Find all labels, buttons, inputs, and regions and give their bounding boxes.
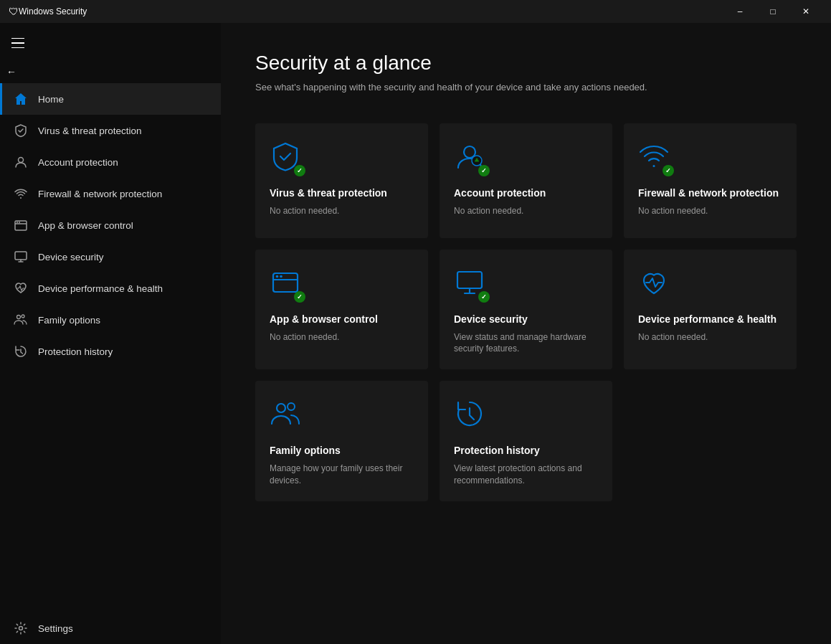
page-title: Security at a glance <box>255 52 797 75</box>
browser-card-check <box>294 291 305 303</box>
family-card[interactable]: Family options Manage how your family us… <box>255 381 428 501</box>
app-title: Windows Security <box>19 6 723 16</box>
svg-point-13 <box>280 275 282 278</box>
sidebar-item-account-label: Account protection <box>38 157 118 168</box>
sidebar-item-settings[interactable]: Settings <box>0 612 221 644</box>
firewall-card-icon-wrap <box>638 141 673 175</box>
back-button[interactable]: ← <box>0 60 23 83</box>
sidebar-item-browser-label: App & browser control <box>38 220 133 231</box>
close-button[interactable]: ✕ <box>789 0 822 23</box>
hamburger-button[interactable] <box>11 34 29 52</box>
svg-point-3 <box>19 222 20 223</box>
account-card-icon-wrap <box>454 141 488 175</box>
virus-card-title: Virus & threat protection <box>270 186 414 199</box>
browser-card[interactable]: App & browser control No action needed. <box>255 250 428 370</box>
device-health-card[interactable]: Device performance & health No action ne… <box>624 250 797 370</box>
sidebar-item-virus[interactable]: Virus & threat protection <box>0 115 221 146</box>
sidebar-item-settings-label: Settings <box>38 623 73 634</box>
history-icon <box>14 344 28 359</box>
sidebar-item-device-security-label: Device security <box>38 252 104 262</box>
sidebar-item-history-label: Protection history <box>38 346 113 357</box>
account-card-desc: No action needed. <box>454 205 598 217</box>
sidebar-item-family-label: Family options <box>38 315 100 326</box>
page-subtitle: See what's happening with the security a… <box>255 80 797 95</box>
sidebar-item-account[interactable]: Account protection <box>0 146 221 178</box>
home-icon <box>14 92 28 106</box>
history-card-title: Protection history <box>454 444 598 457</box>
sidebar-item-device-security[interactable]: Device security <box>0 241 221 273</box>
svg-point-12 <box>276 275 279 278</box>
sidebar-item-firewall-label: Firewall & network protection <box>38 189 162 199</box>
wifi-icon <box>14 186 28 201</box>
sidebar-item-device-health[interactable]: Device performance & health <box>0 273 221 304</box>
maximize-button[interactable]: □ <box>756 0 789 23</box>
sidebar-item-browser[interactable]: App & browser control <box>0 209 221 241</box>
svg-point-16 <box>288 403 295 410</box>
svg-point-7 <box>19 627 23 630</box>
device-security-card-title: Device security <box>454 313 598 326</box>
person-icon <box>14 155 28 169</box>
virus-card[interactable]: Virus & threat protection No action need… <box>255 123 428 238</box>
sidebar-item-firewall[interactable]: Firewall & network protection <box>0 178 221 209</box>
family-card-icon-wrap <box>270 398 304 432</box>
account-card-check <box>478 165 490 176</box>
firewall-card[interactable]: Firewall & network protection No action … <box>624 123 797 238</box>
history-card-desc: View latest protection actions and recom… <box>454 463 598 487</box>
svg-rect-14 <box>457 272 482 288</box>
sidebar-item-family[interactable]: Family options <box>0 304 221 336</box>
family-card-desc: Manage how your family uses their device… <box>270 463 414 487</box>
app-icon: 🛡 <box>9 6 19 17</box>
virus-card-icon-wrap <box>270 141 304 175</box>
main-content: Security at a glance See what's happenin… <box>221 23 831 644</box>
family-card-title: Family options <box>270 444 414 457</box>
device-health-card-title: Device performance & health <box>638 313 782 326</box>
browser-card-desc: No action needed. <box>270 331 414 344</box>
account-card[interactable]: Account protection No action needed. <box>440 123 612 238</box>
browser-icon <box>14 218 28 232</box>
device-security-card-icon-wrap <box>454 267 488 301</box>
device-security-card-check <box>478 291 490 303</box>
heart-monitor-icon <box>14 281 28 295</box>
svg-rect-4 <box>15 252 27 260</box>
account-card-title: Account protection <box>454 186 598 199</box>
firewall-card-desc: No action needed. <box>638 205 782 217</box>
cards-grid: Virus & threat protection No action need… <box>255 123 797 502</box>
sidebar-item-home[interactable]: Home <box>0 83 221 115</box>
svg-point-8 <box>464 146 475 158</box>
sidebar-item-history[interactable]: Protection history <box>0 336 221 367</box>
titlebar-controls: – □ ✕ <box>723 0 822 23</box>
virus-card-desc: No action needed. <box>270 205 414 217</box>
browser-card-title: App & browser control <box>270 313 414 326</box>
device-health-card-desc: No action needed. <box>638 331 782 344</box>
shield-icon <box>14 123 28 138</box>
svg-point-5 <box>17 316 21 319</box>
device-security-card[interactable]: Device security View status and manage h… <box>440 250 612 370</box>
virus-card-check <box>294 165 305 176</box>
family-icon <box>14 313 28 327</box>
sidebar: ← Home Virus & threat protection <box>0 23 221 644</box>
settings-icon <box>14 621 28 635</box>
app-container: ← Home Virus & threat protection <box>0 23 831 644</box>
device-health-card-icon-wrap <box>638 267 673 301</box>
device-security-card-desc: View status and manage hardware security… <box>454 331 598 356</box>
svg-point-6 <box>22 315 24 318</box>
svg-point-2 <box>16 222 18 223</box>
firewall-card-check <box>663 165 674 176</box>
sidebar-item-virus-label: Virus & threat protection <box>38 126 142 136</box>
sidebar-item-home-label: Home <box>38 94 64 105</box>
sidebar-top <box>0 29 221 57</box>
history-card-icon-wrap <box>454 398 488 432</box>
monitor-icon <box>14 250 28 264</box>
titlebar: 🛡 Windows Security – □ ✕ <box>0 0 831 23</box>
svg-point-0 <box>19 158 24 163</box>
minimize-button[interactable]: – <box>723 0 756 23</box>
svg-point-15 <box>277 404 285 412</box>
sidebar-item-device-health-label: Device performance & health <box>38 283 163 294</box>
firewall-card-title: Firewall & network protection <box>638 186 782 199</box>
browser-card-icon-wrap <box>270 267 304 301</box>
history-card[interactable]: Protection history View latest protectio… <box>440 381 612 501</box>
